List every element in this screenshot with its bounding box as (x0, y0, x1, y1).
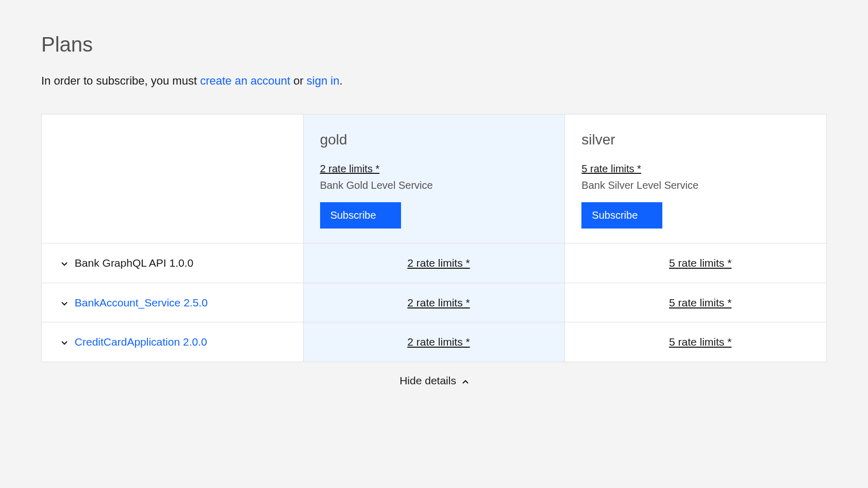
intro-suffix: . (339, 74, 342, 87)
api-silver-rate-link[interactable]: 5 rate limits * (669, 257, 731, 269)
plans-table: gold 2 rate limits * Bank Gold Level Ser… (41, 114, 827, 362)
plan-header-gold: gold 2 rate limits * Bank Gold Level Ser… (303, 115, 565, 243)
api-name-label: Bank GraphQL API 1.0.0 (75, 257, 193, 269)
plan-gold-name: gold (320, 129, 548, 151)
intro-or: or (290, 74, 307, 87)
api-gold-rate-link[interactable]: 2 rate limits * (407, 297, 470, 308)
hide-details-label: Hide details (399, 375, 456, 386)
chevron-down-icon (61, 299, 68, 307)
page-title: Plans (41, 29, 827, 60)
plan-header-silver: silver 5 rate limits * Bank Silver Level… (565, 115, 827, 243)
api-silver-rate-cell: 5 rate limits * (565, 322, 827, 362)
chevron-down-icon (61, 338, 68, 347)
plan-silver-description: Bank Silver Level Service (581, 177, 810, 193)
api-name-cell[interactable]: BankAccount_Service 2.5.0 (42, 283, 304, 322)
plan-silver-rate-limits[interactable]: 5 rate limits * (581, 161, 641, 176)
chevron-up-icon (462, 375, 469, 387)
api-name-link[interactable]: BankAccount_Service 2.5.0 (75, 297, 208, 308)
api-name-link[interactable]: CreditCardApplication 2.0.0 (75, 336, 207, 348)
api-name-cell[interactable]: CreditCardApplication 2.0.0 (42, 322, 304, 362)
create-account-link[interactable]: create an account (200, 74, 290, 87)
api-silver-rate-link[interactable]: 5 rate limits * (669, 297, 731, 308)
api-gold-rate-link[interactable]: 2 rate limits * (407, 336, 470, 348)
api-gold-rate-cell: 2 rate limits * (303, 283, 565, 322)
table-row: Bank GraphQL API 1.0.0 2 rate limits * 5… (42, 243, 827, 283)
api-silver-rate-cell: 5 rate limits * (565, 283, 827, 322)
plan-gold-rate-limits[interactable]: 2 rate limits * (320, 161, 380, 176)
plan-silver-name: silver (581, 129, 810, 151)
subscribe-button-gold[interactable]: Subscribe (320, 202, 401, 229)
subscribe-button-silver[interactable]: Subscribe (581, 202, 662, 229)
api-gold-rate-cell: 2 rate limits * (303, 243, 565, 283)
chevron-down-icon (61, 259, 68, 268)
api-gold-rate-cell: 2 rate limits * (303, 322, 565, 362)
api-silver-rate-link[interactable]: 5 rate limits * (669, 336, 731, 348)
table-row: BankAccount_Service 2.5.0 2 rate limits … (42, 283, 827, 322)
api-name-cell[interactable]: Bank GraphQL API 1.0.0 (42, 243, 304, 283)
table-row: CreditCardApplication 2.0.0 2 rate limit… (42, 322, 827, 362)
api-gold-rate-link[interactable]: 2 rate limits * (407, 257, 470, 269)
intro-text: In order to subscribe, you must create a… (41, 72, 827, 89)
hide-details-toggle[interactable]: Hide details (41, 372, 827, 389)
intro-prefix: In order to subscribe, you must (41, 74, 200, 87)
corner-cell (42, 115, 304, 243)
api-silver-rate-cell: 5 rate limits * (565, 243, 827, 283)
plan-gold-description: Bank Gold Level Service (320, 177, 548, 193)
sign-in-link[interactable]: sign in (307, 74, 340, 87)
